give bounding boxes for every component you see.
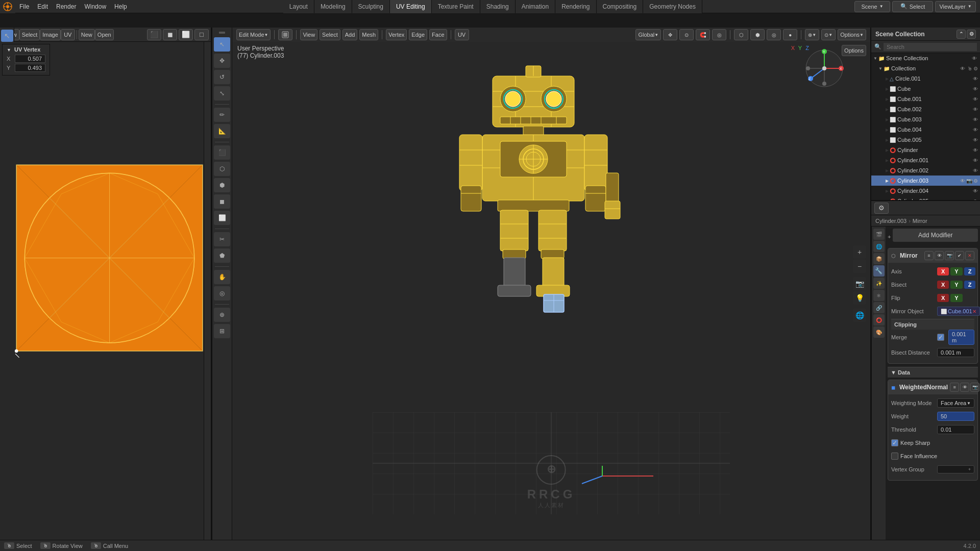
tree-item-cylinder004[interactable]: ▶ ⭕ Cylinder.004 👁 <box>871 186 980 196</box>
vtool-poly[interactable]: ⬟ <box>214 248 230 263</box>
tab-modeling[interactable]: Modeling <box>314 0 352 13</box>
viewport-vertex[interactable]: Vertex <box>386 29 407 40</box>
vtool-annotate[interactable]: ✏ <box>214 108 230 122</box>
tree-item-scene-collection[interactable]: ▼ 📁 Scene Collection 👁 <box>871 53 980 63</box>
viewport-options-btn[interactable]: Options ▼ <box>838 29 866 40</box>
vtool-extra1[interactable]: ⊕ <box>214 308 230 322</box>
vtool-cursor[interactable]: ↖ <box>214 37 230 52</box>
uv-icon3[interactable]: ⬜ <box>179 29 193 40</box>
props-icon-object-data[interactable]: ⭕ <box>873 314 885 325</box>
tab-sculpting[interactable]: Sculpting <box>352 0 390 13</box>
threshold-value[interactable]: 0.01 <box>937 425 974 434</box>
viewport-xform-icons[interactable]: ✥ <box>663 29 677 40</box>
mirror-mod-icon1[interactable]: ≡ <box>924 251 934 260</box>
viewport-snap[interactable]: 🧲 <box>696 29 710 40</box>
viewport-options-top[interactable]: Options <box>842 45 866 56</box>
tab-compositing[interactable]: Compositing <box>597 0 644 13</box>
viewport-material[interactable]: ◎ <box>767 29 781 40</box>
bisect-x-btn[interactable]: X <box>937 281 949 289</box>
vrt-world[interactable]: 🌐 <box>853 309 866 322</box>
vtool-smooth[interactable]: ◎ <box>214 286 230 300</box>
uv-y-input[interactable]: 0.493 <box>15 64 45 72</box>
outliner-filter[interactable]: ⌃ <box>957 30 966 39</box>
props-icon-particles[interactable]: ✨ <box>873 278 885 289</box>
tree-item-cylinder002[interactable]: ▶ ⭕ Cylinder.002 👁 <box>871 165 980 176</box>
vrt-camera[interactable]: 📷 <box>853 277 866 290</box>
tree-item-collection[interactable]: ▼ 📁 Collection 👁 🖱 ⚙ <box>871 63 980 73</box>
keep-sharp-checkbox[interactable]: ✓ <box>891 439 898 446</box>
tree-item-cube005[interactable]: ▶ ⬜ Cube.005 👁 <box>871 135 980 145</box>
viewport-uv[interactable]: UV <box>455 29 469 40</box>
outliner-settings[interactable]: ⚙ <box>967 30 976 39</box>
vtool-bevel[interactable]: ◼ <box>214 194 230 209</box>
outliner-search-input[interactable] <box>884 43 977 51</box>
menu-item-edit[interactable]: Edit <box>33 0 52 13</box>
uv-icon2[interactable]: ◼ <box>163 29 177 40</box>
viewport-view-mode[interactable] <box>278 29 292 40</box>
props-icon-scene[interactable]: 🎬 <box>873 229 885 240</box>
tree-item-circle001[interactable]: ▶ △ Circle.001 👁 <box>871 73 980 84</box>
vtool-extrude[interactable]: ⬡ <box>214 162 230 176</box>
menu-item-window[interactable]: Window <box>80 0 110 13</box>
uv-open-btn[interactable]: Open <box>95 29 114 40</box>
vtool-knife[interactable]: ✂ <box>214 232 230 246</box>
viewport-pivot[interactable]: ⊙ <box>679 29 694 40</box>
props-icon-material[interactable]: 🎨 <box>873 327 885 338</box>
tree-item-cube002[interactable]: ▶ ⬜ Cube.002 👁 <box>871 104 980 114</box>
vtool-grab[interactable]: ✋ <box>214 270 230 284</box>
viewlayer-selector[interactable]: ViewLayer ▼ <box>935 1 976 12</box>
viewport-transform[interactable]: Global ▼ <box>635 29 661 40</box>
tree-item-cylinder005[interactable]: ▶ ⭕ Cylinder.005 👁 <box>871 196 980 200</box>
vtool-add-cube[interactable]: ⬛ <box>214 145 230 160</box>
props-icon-modifier[interactable]: 🔧 <box>873 265 885 277</box>
bisect-z-btn[interactable]: Z <box>964 281 976 289</box>
bisect-y-btn[interactable]: Y <box>950 281 962 289</box>
tree-item-cylinder001[interactable]: ▶ ⭕ Cylinder.001 👁 <box>871 155 980 165</box>
uv-editor-header-image[interactable]: Image <box>40 29 61 40</box>
mirror-mod-close[interactable]: ✕ <box>965 251 974 260</box>
tree-item-cube[interactable]: ▶ ⬜ Cube 👁 <box>871 84 980 94</box>
viewport-view[interactable]: View <box>300 29 317 40</box>
bisect-dist-value[interactable]: 0.001 m <box>937 348 974 357</box>
flip-x-btn[interactable]: X <box>937 294 949 302</box>
tab-shading[interactable]: Shading <box>480 0 516 13</box>
tab-uv-editing[interactable]: UV Editing <box>390 0 432 13</box>
uv-icon1[interactable]: ⬛ <box>147 29 161 40</box>
vrt-zoom-out[interactable]: − <box>853 260 866 273</box>
flip-y-btn[interactable]: Y <box>950 294 962 302</box>
mirror-mod-icon2[interactable]: 👁 <box>935 251 944 260</box>
search-button[interactable]: 🔍 Select <box>892 1 933 12</box>
viewport-select[interactable]: Select <box>320 29 340 40</box>
viewport-proportional[interactable]: ◎ <box>712 29 726 40</box>
mirror-mod-icon4[interactable]: ✔ <box>955 251 964 260</box>
uv-icon4[interactable]: □ <box>194 29 209 40</box>
vtool-extra2[interactable]: ⊞ <box>214 324 230 338</box>
vrt-light[interactable]: 💡 <box>853 291 866 305</box>
uv-editor-header-select[interactable]: Select <box>19 29 40 40</box>
weight-value[interactable]: 50 <box>937 412 974 421</box>
viewport-solid[interactable]: ⬢ <box>750 29 765 40</box>
vtool-rotate[interactable]: ↺ <box>214 70 230 84</box>
menu-item-file[interactable]: File <box>15 0 33 13</box>
add-modifier-button[interactable]: Add Modifier <box>893 229 978 242</box>
viewport-edge[interactable]: Edge <box>409 29 427 40</box>
axis-z-btn[interactable]: Z <box>964 267 976 276</box>
tab-layout[interactable]: Layout <box>283 0 314 13</box>
uv-editor-header-uv[interactable]: UV <box>61 29 75 40</box>
tree-item-cube003[interactable]: ▶ ⬜ Cube.003 👁 <box>871 114 980 124</box>
vrt-zoom-in[interactable]: + <box>853 245 866 259</box>
vtool-inset[interactable]: ⬢ <box>214 178 230 192</box>
vtool-loop[interactable]: ⬜ <box>214 211 230 225</box>
tab-animation[interactable]: Animation <box>516 0 555 13</box>
viewport-mode[interactable]: Edit Mode ▼ <box>236 29 271 40</box>
props-icon-world[interactable]: 🌐 <box>873 241 885 252</box>
vertex-group-value[interactable]: + <box>937 465 974 473</box>
viewport-add[interactable]: Add <box>342 29 358 40</box>
viewport-3d[interactable]: Edit Mode ▼ View Select Add Mesh Vertex … <box>232 28 870 540</box>
tree-item-cube001[interactable]: ▶ ⬜ Cube.001 👁 <box>871 94 980 104</box>
uv-new-btn[interactable]: New <box>79 29 95 40</box>
tree-item-cylinder[interactable]: ▶ ⭕ Cylinder 👁 <box>871 145 980 155</box>
vtool-move[interactable]: ✥ <box>214 54 230 68</box>
wn-icon2[interactable]: 👁 <box>960 383 969 392</box>
axis-y-btn[interactable]: Y <box>950 267 962 276</box>
